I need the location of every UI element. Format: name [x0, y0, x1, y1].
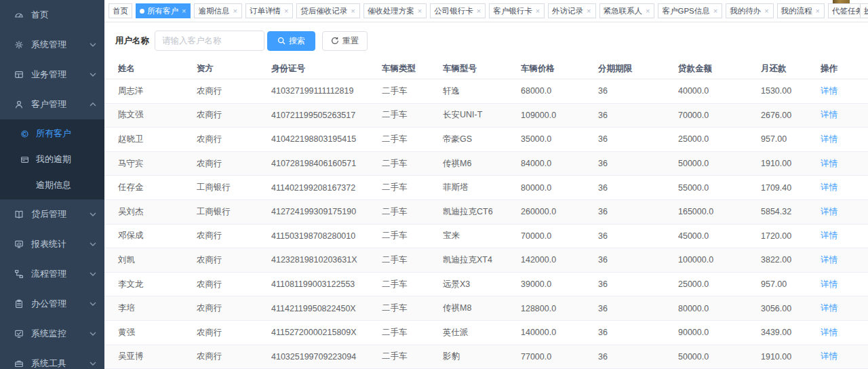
cell-funder: 农商行 [197, 158, 271, 170]
detail-link[interactable]: 详情 [821, 254, 861, 266]
close-icon[interactable]: × [586, 7, 591, 15]
cell-name: 吴亚博 [118, 351, 197, 362]
customer-name-input[interactable] [155, 31, 264, 51]
tab-8[interactable]: 外访记录 × [548, 3, 595, 18]
detail-link[interactable]: 详情 [821, 182, 861, 193]
close-icon[interactable]: × [713, 7, 718, 15]
cell-name: 邓保成 [118, 230, 197, 241]
tab-label: 代签任务 [832, 6, 863, 16]
cell-name: 任存金 [118, 182, 197, 193]
close-icon[interactable]: × [764, 7, 769, 15]
chevron-down-icon [90, 332, 96, 336]
cell-funder: 工商银行 [197, 182, 271, 193]
column-header-5: 车辆价格 [521, 63, 598, 75]
close-icon[interactable]: × [476, 7, 481, 15]
cell-vehicle-type: 二手车 [382, 109, 443, 121]
cell-vehicle-model: 轩逸 [443, 85, 521, 97]
detail-link[interactable]: 详情 [821, 158, 861, 170]
tab-2[interactable]: 逾期信息 × [194, 3, 241, 18]
sidebar-item-4[interactable]: 贷后管理 [0, 199, 104, 229]
close-icon[interactable]: × [232, 7, 237, 15]
tab-10[interactable]: 客户GPS信息 × [658, 3, 722, 18]
reset-button[interactable]: 重置 [322, 31, 368, 51]
cell-vehicle-price: 142000.0 [521, 255, 598, 265]
detail-link[interactable]: 详情 [821, 85, 861, 97]
close-icon[interactable]: × [283, 7, 289, 15]
detail-link[interactable]: 详情 [821, 230, 861, 241]
reset-button-label: 重置 [342, 35, 359, 47]
cell-vehicle-model: 传祺M6 [443, 158, 521, 170]
tab-0[interactable]: 首页 × [108, 3, 132, 18]
detail-link[interactable]: 详情 [821, 134, 861, 145]
sidebar-item-8[interactable]: 系统监控 [0, 319, 104, 349]
column-header-6: 分期期限 [598, 63, 678, 75]
cell-monthly-payment: 1530.00 [761, 86, 821, 96]
tab-label: 所有客户 [147, 6, 178, 16]
tab-4[interactable]: 贷后催收记录 × [296, 3, 359, 18]
sidebar-subitem-1[interactable]: 我的逾期 [0, 147, 104, 172]
avatar [833, 0, 850, 3]
sidebar-item-9[interactable]: 系统工具 [0, 349, 104, 369]
cell-id-number: 411402199208167372 [271, 183, 382, 193]
sidebar-item-2[interactable]: 业务管理 [0, 60, 104, 90]
tab-6[interactable]: 公司银行卡 × [430, 3, 486, 18]
search-button[interactable]: 搜索 [267, 31, 315, 51]
cell-monthly-payment: 957.00 [761, 134, 821, 144]
cell-name: 黄强 [118, 327, 197, 338]
refresh-icon [331, 37, 339, 45]
tab-5[interactable]: 催收处理方案 × [363, 3, 427, 18]
cell-id-number: 410327199111112819 [271, 86, 382, 96]
close-icon[interactable]: × [645, 7, 650, 15]
sidebar-item-7[interactable]: 办公管理 [0, 289, 104, 319]
detail-link[interactable]: 详情 [821, 206, 861, 218]
cell-funder: 工商银行 [197, 206, 271, 218]
detail-link[interactable]: 详情 [821, 109, 861, 121]
app-window: 首页 系统管理 业务管理 客户管理 所有客户 我的逾期 逾期信息 贷后管理 [0, 0, 868, 369]
user-icon [14, 100, 24, 110]
sidebar-item-5[interactable]: 报表统计 [0, 229, 104, 259]
close-icon[interactable]: × [535, 7, 540, 15]
sidebar-item-0[interactable]: 首页 [0, 0, 104, 30]
sidebar-item-1[interactable]: 系统管理 [0, 30, 104, 60]
close-icon[interactable]: × [417, 7, 422, 15]
sidebar-subitem-2[interactable]: 逾期信息 [0, 172, 104, 198]
close-icon[interactable]: × [350, 7, 355, 15]
flow-icon [14, 269, 24, 279]
table-row: 赵晓卫 农商行 410422198803195415 二手车 帝豪GS 3500… [104, 128, 868, 152]
detail-link[interactable]: 详情 [821, 303, 861, 314]
detail-link[interactable]: 详情 [821, 351, 861, 362]
cell-loan-amount: 100000.0 [678, 255, 761, 265]
tab-label: 外访记录 [552, 6, 583, 16]
cell-loan-amount: 90000.0 [678, 328, 761, 337]
detail-link[interactable]: 详情 [821, 279, 861, 290]
table-row: 周志洋 农商行 410327199111112819 二手车 轩逸 68000.… [104, 79, 868, 104]
tab-label: 客户银行卡 [493, 6, 532, 16]
tab-label: 抄 [864, 6, 868, 16]
cell-loan-amount: 50000.0 [678, 159, 761, 168]
tab-9[interactable]: 紧急联系人 × [599, 3, 655, 18]
cell-monthly-payment: 1709.40 [761, 183, 821, 193]
sidebar-subitem-0[interactable]: 所有客户 [0, 121, 104, 147]
close-icon[interactable]: × [181, 7, 186, 15]
tab-12[interactable]: 我的流程 × [777, 3, 825, 18]
submenu: 所有客户 我的逾期 逾期信息 [0, 119, 104, 199]
tab-label: 催收处理方案 [368, 6, 414, 16]
tab-1[interactable]: 所有客户 × [136, 3, 191, 18]
cell-monthly-payment: 1720.00 [761, 231, 821, 241]
sidebar-item-3[interactable]: 客户管理 [0, 90, 104, 119]
cell-id-number: 41142119950822450X [271, 304, 382, 313]
sidebar-item-6[interactable]: 流程管理 [0, 259, 104, 289]
tab-15[interactable]: 抄 × [860, 3, 868, 18]
column-header-7: 贷款金额 [678, 63, 761, 75]
sidebar-item-label: 客户管理 [31, 98, 66, 111]
tab-3[interactable]: 订单详情 × [245, 3, 293, 18]
tab-7[interactable]: 客户银行卡 × [489, 3, 545, 18]
cell-loan-amount: 45000.0 [678, 231, 761, 241]
cell-monthly-payment: 2676.00 [761, 111, 821, 120]
detail-link[interactable]: 详情 [821, 327, 861, 338]
customers-table: 姓名资方身份证号车辆类型车辆型号车辆价格分期期限贷款金额月还款操作 周志洋 农商… [104, 58, 868, 369]
close-icon[interactable]: × [815, 7, 821, 15]
tab-11[interactable]: 我的待办 × [726, 3, 773, 18]
column-header-8: 月还款 [761, 63, 821, 75]
cell-vehicle-price: 39000.0 [521, 279, 598, 289]
